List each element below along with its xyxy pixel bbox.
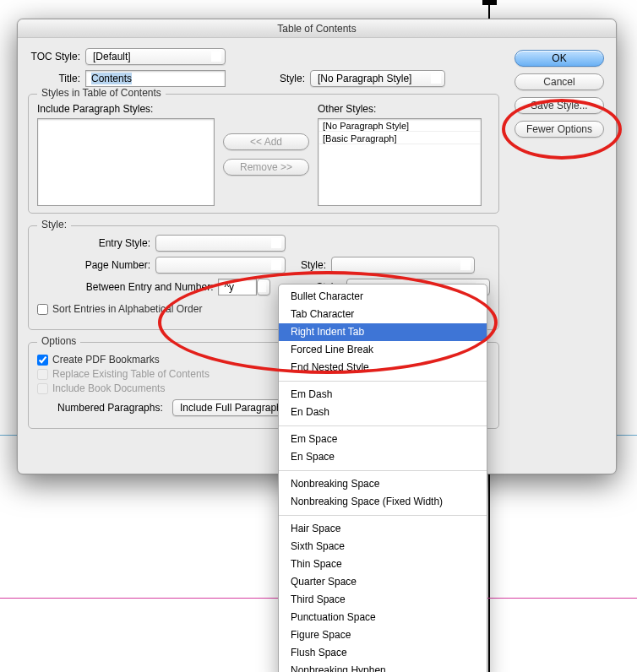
menu-item[interactable]: En Dash: [279, 404, 487, 421]
title-input[interactable]: Contents: [85, 70, 226, 87]
menu-separator: [279, 470, 487, 471]
list-item[interactable]: [Basic Paragraph]: [318, 132, 481, 144]
background-tick: [482, 0, 497, 5]
ok-button[interactable]: OK: [514, 50, 604, 67]
para-style-label: Style:: [242, 73, 310, 84]
toc-style-select[interactable]: [Default]: [85, 48, 226, 65]
menu-item[interactable]: Sixth Space: [279, 538, 487, 555]
other-styles-label: Other Styles:: [318, 103, 490, 115]
menu-item[interactable]: Right Indent Tab: [279, 323, 487, 341]
numbered-para-label: Numbered Paragraphs:: [37, 402, 172, 414]
save-style-button[interactable]: Save Style...: [514, 97, 604, 114]
special-char-menu[interactable]: Bullet CharacterTab CharacterRight Inden…: [278, 284, 487, 672]
title-label: Title:: [28, 73, 85, 84]
cancel-button[interactable]: Cancel: [514, 73, 604, 90]
add-button[interactable]: << Add: [223, 133, 309, 150]
entry-style-select[interactable]: [155, 235, 286, 252]
dialog-titlebar[interactable]: Table of Contents: [18, 19, 616, 38]
pn-style-select[interactable]: [331, 257, 475, 274]
styles-group-legend: Styles in Table of Contents: [37, 87, 166, 99]
include-styles-listbox[interactable]: [37, 118, 215, 206]
menu-item[interactable]: Nonbreaking Space (Fixed Width): [279, 493, 487, 511]
toc-style-label: TOC Style:: [28, 51, 85, 62]
entry-style-label: Entry Style:: [37, 237, 155, 249]
page-number-select[interactable]: [155, 257, 286, 274]
dialog-title: Table of Contents: [277, 23, 356, 35]
between-flyout-button[interactable]: [257, 279, 270, 295]
page-number-label: Page Number:: [37, 259, 155, 271]
menu-item[interactable]: Nonbreaking Space: [279, 475, 487, 493]
sort-alpha-checkbox[interactable]: Sort Entries in Alphabetical Order: [37, 303, 202, 315]
menu-item[interactable]: End Nested Style: [279, 359, 487, 377]
menu-separator: [279, 515, 487, 516]
style-group-legend: Style:: [37, 219, 71, 230]
menu-item[interactable]: Tab Character: [279, 306, 487, 323]
other-styles-listbox[interactable]: [No Paragraph Style] [Basic Paragraph]: [318, 118, 482, 206]
menu-item[interactable]: Nonbreaking Hyphen: [279, 662, 487, 672]
menu-item[interactable]: Em Dash: [279, 386, 487, 404]
menu-item[interactable]: Forced Line Break: [279, 341, 487, 359]
menu-separator: [279, 425, 487, 426]
menu-item[interactable]: Flush Space: [279, 644, 487, 662]
menu-item[interactable]: Bullet Character: [279, 288, 487, 306]
options-group-legend: Options: [37, 335, 80, 347]
menu-item[interactable]: En Space: [279, 448, 487, 466]
include-styles-label: Include Paragraph Styles:: [37, 103, 215, 115]
menu-item[interactable]: Thin Space: [279, 555, 487, 573]
between-input[interactable]: [218, 279, 257, 295]
menu-item[interactable]: Third Space: [279, 591, 487, 609]
pn-style-label: Style:: [289, 259, 331, 271]
list-item[interactable]: [No Paragraph Style]: [318, 119, 481, 132]
fewer-options-button[interactable]: Fewer Options: [514, 121, 604, 138]
menu-item[interactable]: Punctuation Space: [279, 609, 487, 626]
menu-item[interactable]: Em Space: [279, 431, 487, 448]
between-label: Between Entry and Number:: [37, 281, 218, 293]
menu-separator: [279, 381, 487, 382]
menu-item[interactable]: Hair Space: [279, 520, 487, 538]
para-style-select[interactable]: [No Paragraph Style]: [310, 70, 445, 87]
menu-item[interactable]: Figure Space: [279, 626, 487, 644]
menu-item[interactable]: Quarter Space: [279, 573, 487, 591]
remove-button[interactable]: Remove >>: [223, 159, 309, 176]
